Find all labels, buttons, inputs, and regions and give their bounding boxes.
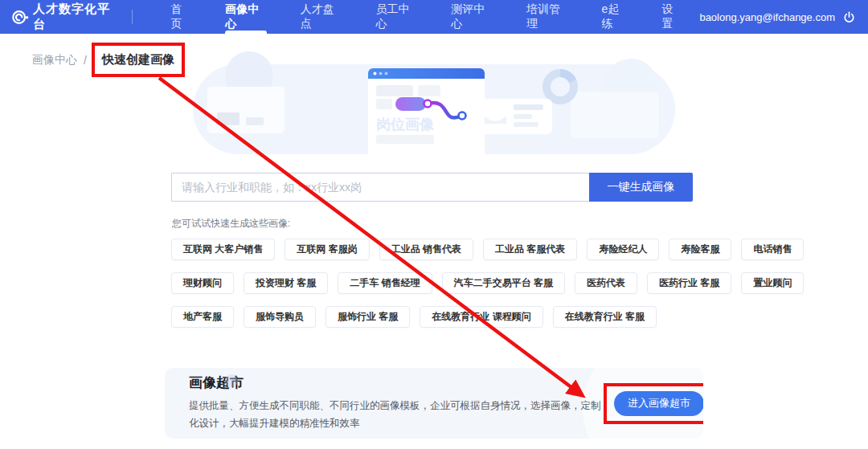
suggestion-tag[interactable]: 工业品 销售代表	[379, 239, 473, 260]
nav-item[interactable]: 培训管理	[510, 0, 585, 34]
page: 人才数字化平台 首页 画像中心 人才盘点 员工中心 测评中心 培训管理 e起练 …	[0, 0, 868, 449]
nav-item[interactable]: 员工中心	[359, 0, 435, 34]
navbar-divider	[132, 10, 133, 24]
suggestion-tag[interactable]: 在线教育行业 客服	[553, 306, 657, 328]
user-email: baolong.yang@ifchange.com	[699, 11, 835, 23]
brand-name: 人才数字化平台	[33, 2, 119, 32]
nav-item[interactable]: e起练	[585, 0, 645, 34]
nav-item[interactable]: 测评中心	[434, 0, 510, 34]
hero-illustration: 岗位画像	[193, 50, 675, 162]
enter-market-button[interactable]: 进入画像超市	[614, 391, 703, 416]
suggestion-tag[interactable]: 电话销售	[741, 239, 804, 260]
suggestion-tag[interactable]: 汽车二手交易平台 客服	[442, 272, 565, 294]
suggestion-tag[interactable]: 理财顾问	[171, 272, 234, 294]
suggestion-tag[interactable]: 二手车 销售经理	[338, 272, 432, 294]
search-input[interactable]	[171, 173, 589, 202]
suggestion-tag[interactable]: 服饰导购员	[244, 306, 316, 328]
nav-item[interactable]: 画像中心	[208, 0, 284, 34]
nav-item[interactable]: 人才盘点	[284, 0, 359, 34]
tag-row-3: 地产客服服饰导购员服饰行业 客服在线教育行业 课程顾问在线教育行业 客服	[171, 306, 726, 328]
generate-profile-button[interactable]: 一键生成画像	[589, 173, 693, 202]
suggestion-tag[interactable]: 医药行业 客服	[647, 272, 731, 294]
suggestion-tags: 互联网 大客户销售互联网 客服岗工业品 销售代表工业品 客服代表寿险经纪人寿险客…	[171, 239, 726, 340]
suggestion-tag[interactable]: 地产客服	[171, 306, 234, 328]
brand-logo-icon	[11, 8, 29, 27]
suggestion-tag[interactable]: 寿险客服	[669, 239, 731, 260]
market-description: 提供批量、方便生成不同职能、不同行业的画像模板，企业可根据自身情况，选择画像，定…	[189, 398, 604, 433]
suggestion-tag[interactable]: 服饰行业 客服	[326, 306, 410, 328]
suggestions-hint: 您可试试快速生成这些画像:	[172, 217, 290, 231]
market-title: 画像超市	[189, 373, 604, 392]
nav-item[interactable]: 首页	[154, 0, 208, 34]
hero-illustration-graphic: 岗位画像	[193, 50, 675, 162]
breadcrumb-current: 快速创建画像	[102, 52, 174, 66]
suggestion-tag[interactable]: 置业顾问	[741, 272, 804, 294]
annotation-box-breadcrumb: 快速创建画像	[92, 43, 185, 77]
nav-item[interactable]: 设置	[645, 0, 700, 34]
suggestion-tag[interactable]: 工业品 客服代表	[483, 239, 577, 260]
annotation-box-enter-button: 进入画像超市	[604, 383, 703, 424]
search-row: 一键生成画像	[171, 173, 693, 202]
logout-power-icon[interactable]	[843, 11, 855, 23]
top-navbar: 人才数字化平台 首页 画像中心 人才盘点 员工中心 测评中心 培训管理 e起练 …	[0, 0, 868, 34]
tag-row-1: 互联网 大客户销售互联网 客服岗工业品 销售代表工业品 客服代表寿险经纪人寿险客…	[171, 239, 726, 260]
tag-row-2: 理财顾问投资理财 客服二手车 销售经理汽车二手交易平台 客服医药代表医药行业 客…	[171, 272, 726, 294]
suggestion-tag[interactable]: 在线教育行业 课程顾问	[420, 306, 542, 328]
breadcrumb-parent-link[interactable]: 画像中心	[32, 53, 77, 67]
suggestion-tag[interactable]: 医药代表	[575, 272, 637, 294]
account-area: baolong.yang@ifchange.com	[699, 0, 868, 34]
hero-caption: 岗位画像	[376, 116, 435, 133]
breadcrumb-separator: /	[84, 54, 87, 67]
suggestion-tag[interactable]: 互联网 客服岗	[285, 239, 369, 260]
nav-items: 首页 画像中心 人才盘点 员工中心 测评中心 培训管理 e起练 设置	[154, 0, 699, 34]
suggestion-tag[interactable]: 投资理财 客服	[244, 272, 328, 294]
market-card: 画像超市 提供批量、方便生成不同职能、不同行业的画像模板，企业可根据自身情况，选…	[165, 368, 703, 439]
suggestion-tag[interactable]: 互联网 大客户销售	[171, 239, 275, 260]
market-text: 画像超市 提供批量、方便生成不同职能、不同行业的画像模板，企业可根据自身情况，选…	[189, 373, 604, 433]
brand: 人才数字化平台	[0, 0, 119, 34]
breadcrumb: 画像中心 / 快速创建画像	[32, 43, 185, 77]
suggestion-tag[interactable]: 寿险经纪人	[587, 239, 659, 260]
